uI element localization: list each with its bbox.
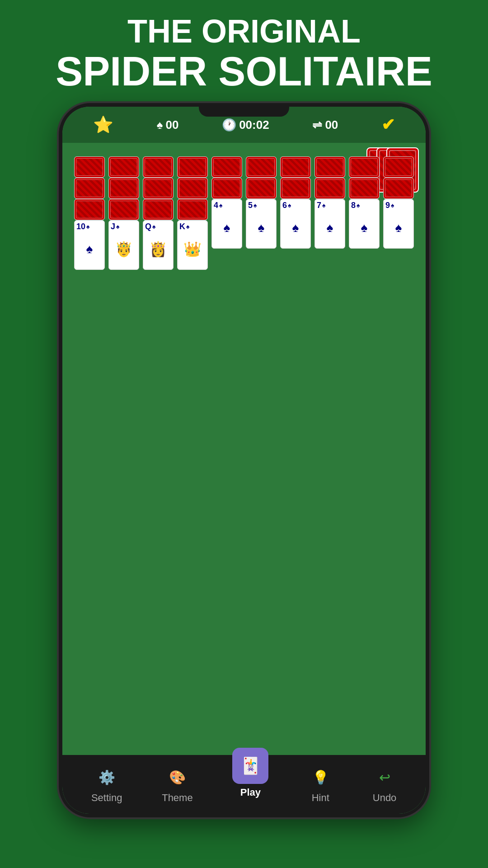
nav-setting[interactable]: ⚙️ Setting [91, 765, 122, 804]
card-4-spade[interactable]: 4 ♠ ♠ [211, 199, 242, 249]
column-7: 6 ♠ ♠ [280, 156, 311, 270]
timer-value: 00:02 [239, 118, 269, 132]
nav-hint-label: Hint [312, 792, 329, 804]
game-area: 10 ♠ ♠ J ♠ � [62, 143, 426, 755]
nav-setting-label: Setting [91, 792, 122, 804]
check-button[interactable]: ✔ [381, 115, 395, 134]
header-title: THE ORIGINAL SPIDER SOLITAIRE [56, 0, 432, 94]
setting-icon: ⚙️ [94, 765, 119, 789]
card-back [74, 178, 105, 199]
card-back [246, 178, 277, 199]
columns-container: 10 ♠ ♠ J ♠ � [69, 152, 419, 270]
card-back [246, 156, 277, 178]
card-back [108, 178, 139, 199]
nav-play[interactable]: 🃏 Play [232, 748, 268, 798]
card-back [108, 156, 139, 178]
card-back [143, 156, 174, 178]
play-icon: 🃏 [232, 748, 268, 784]
card-back [280, 156, 311, 178]
header-line2: SPIDER SOLITAIRE [56, 49, 432, 94]
theme-icon: 🎨 [165, 765, 189, 789]
card-10-spade[interactable]: 10 ♠ ♠ [74, 220, 105, 270]
card-K-spade[interactable]: K ♠ 👑 [177, 220, 208, 270]
card-back [383, 178, 414, 199]
card-5-spade[interactable]: 5 ♠ ♠ [246, 199, 277, 249]
nav-hint[interactable]: 💡 Hint [308, 765, 333, 804]
star-icon: ⭐ [93, 115, 113, 134]
card-back [177, 156, 208, 178]
score-value: 00 [165, 118, 178, 132]
spade-icon: ♠ [157, 118, 163, 132]
column-3: Q ♠ 👸 [143, 156, 174, 270]
game-screen: ⭐ ♠ 00 🕐 00:02 ⇌ 00 ✔ [62, 107, 426, 814]
undo-icon: ↩ [372, 765, 397, 789]
column-1: 10 ♠ ♠ [74, 156, 105, 270]
card-back [143, 199, 174, 220]
column-6: 5 ♠ ♠ [246, 156, 277, 270]
card-back [211, 178, 242, 199]
moves-display: ⇌ 00 [312, 118, 338, 132]
card-back [314, 178, 345, 199]
column-10: 9 ♠ ♠ [383, 156, 414, 270]
moves-icon: ⇌ [312, 118, 322, 132]
star-button[interactable]: ⭐ [93, 115, 113, 134]
header-line1: THE ORIGINAL [56, 14, 432, 49]
nav-theme[interactable]: 🎨 Theme [162, 765, 192, 804]
column-8: 7 ♠ ♠ [314, 156, 345, 270]
hint-icon: 💡 [308, 765, 333, 789]
timer-display: 🕐 00:02 [222, 118, 269, 132]
check-icon: ✔ [381, 115, 395, 134]
nav-theme-label: Theme [162, 792, 192, 804]
column-5: 4 ♠ ♠ [211, 156, 242, 270]
card-8-spade[interactable]: 8 ♠ ♠ [349, 199, 380, 249]
bottom-nav: ⚙️ Setting 🎨 Theme 🃏 Play 💡 Hint ↩ Undo [62, 755, 426, 814]
nav-play-label: Play [240, 787, 261, 798]
card-back [143, 178, 174, 199]
card-back [280, 178, 311, 199]
card-back [108, 199, 139, 220]
nav-undo-label: Undo [373, 792, 397, 804]
column-9: 8 ♠ ♠ [349, 156, 380, 270]
clock-icon: 🕐 [222, 118, 236, 132]
card-9-spade[interactable]: 9 ♠ ♠ [383, 199, 414, 249]
phone-notch [199, 103, 289, 117]
card-back [74, 156, 105, 178]
card-back [349, 178, 380, 199]
score-display: ♠ 00 [157, 118, 179, 132]
card-back [349, 156, 380, 178]
moves-value: 00 [325, 118, 338, 132]
card-J-spade[interactable]: J ♠ 🤴 [108, 220, 139, 270]
card-back [211, 156, 242, 178]
nav-undo[interactable]: ↩ Undo [372, 765, 397, 804]
column-2: J ♠ 🤴 [108, 156, 139, 270]
phone-frame: ⭐ ♠ 00 🕐 00:02 ⇌ 00 ✔ [59, 103, 429, 817]
card-back [177, 178, 208, 199]
card-Q-spade[interactable]: Q ♠ 👸 [143, 220, 174, 270]
card-back [177, 199, 208, 220]
card-7-spade[interactable]: 7 ♠ ♠ [314, 199, 345, 249]
card-back [383, 156, 414, 178]
card-back [314, 156, 345, 178]
column-4: K ♠ 👑 [177, 156, 208, 270]
card-6-spade[interactable]: 6 ♠ ♠ [280, 199, 311, 249]
card-back [74, 199, 105, 220]
